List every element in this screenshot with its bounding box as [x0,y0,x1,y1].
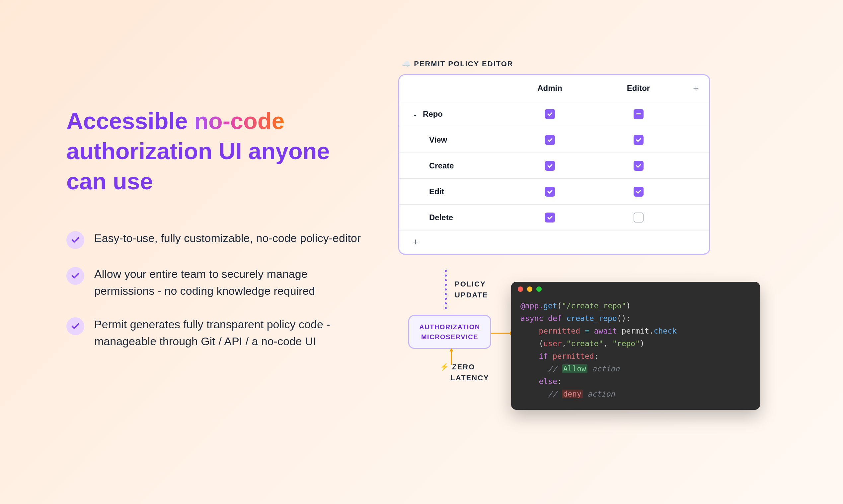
add-column-button[interactable]: + [683,83,709,94]
editor-header-row: Admin Editor + [399,75,709,101]
policy-editor-panel: Admin Editor + ⌄ Repo View Crea [398,74,710,255]
window-titlebar [511,282,760,296]
check-icon [66,317,84,335]
policy-update-connector [445,269,447,312]
headline-part2: authorization UI anyone can use [66,138,330,194]
checkbox-edit-editor[interactable] [634,187,643,197]
code-content: @app.get("/create_repo") async def creat… [511,296,760,410]
authorization-microservice-box: AUTHORIZATION MICROSERVICE [408,315,491,349]
table-row: View [399,127,709,153]
bullet-text: Permit generates fully transparent polic… [94,316,365,350]
cloud-icon: ☁️ [401,60,411,68]
table-row: Delete [399,204,709,231]
table-row: Create [399,153,709,179]
row-label-delete: Delete [399,213,505,222]
checkbox-delete-admin[interactable] [545,213,555,222]
code-window: @app.get("/create_repo") async def creat… [511,282,760,410]
lightning-icon: ⚡ [440,363,449,371]
policy-update-label: POLICY UPDATE [455,278,488,301]
checkbox-repo-admin[interactable] [545,109,555,119]
checkbox-delete-editor[interactable] [634,213,643,222]
row-label-create: Create [399,161,505,170]
checkbox-view-editor[interactable] [634,135,643,145]
bullet-text: Easy-to-use, fully customizable, no-code… [94,230,361,247]
checkbox-repo-editor[interactable] [634,109,643,119]
checkbox-create-admin[interactable] [545,161,555,171]
editor-footer: + [399,231,709,254]
column-header-admin: Admin [505,84,594,93]
headline: Accessible no-code authorization UI anyo… [66,106,365,197]
editor-title: ☁️ PERMIT POLICY EDITOR [401,60,803,68]
maximize-icon[interactable] [536,287,541,292]
bullet-item: Allow your entire team to securely manag… [66,266,365,300]
table-row: Edit [399,179,709,204]
table-row: ⌄ Repo [399,101,709,127]
row-label-repo[interactable]: ⌄ Repo [399,109,505,119]
check-icon [66,267,84,285]
row-label-view: View [399,135,505,145]
checkbox-view-admin[interactable] [545,135,555,145]
close-icon[interactable] [518,287,523,292]
bullet-item: Easy-to-use, fully customizable, no-code… [66,230,365,249]
headline-part1: Accessible [66,108,194,134]
headline-highlight: no-code [194,108,285,134]
checkbox-create-editor[interactable] [634,161,643,171]
check-icon [66,231,84,249]
add-row-button[interactable]: + [413,236,418,248]
bullet-item: Permit generates fully transparent polic… [66,316,365,350]
row-label-edit: Edit [399,187,505,196]
bullet-text: Allow your entire team to securely manag… [94,266,365,300]
checkbox-edit-admin[interactable] [545,187,555,197]
bullet-list: Easy-to-use, fully customizable, no-code… [66,230,365,350]
svg-marker-1 [449,348,453,352]
chevron-down-icon: ⌄ [413,110,417,118]
zero-latency-label: ⚡ ZERO LATENCY [440,361,489,383]
minimize-icon[interactable] [527,287,532,292]
column-header-editor: Editor [594,84,683,93]
